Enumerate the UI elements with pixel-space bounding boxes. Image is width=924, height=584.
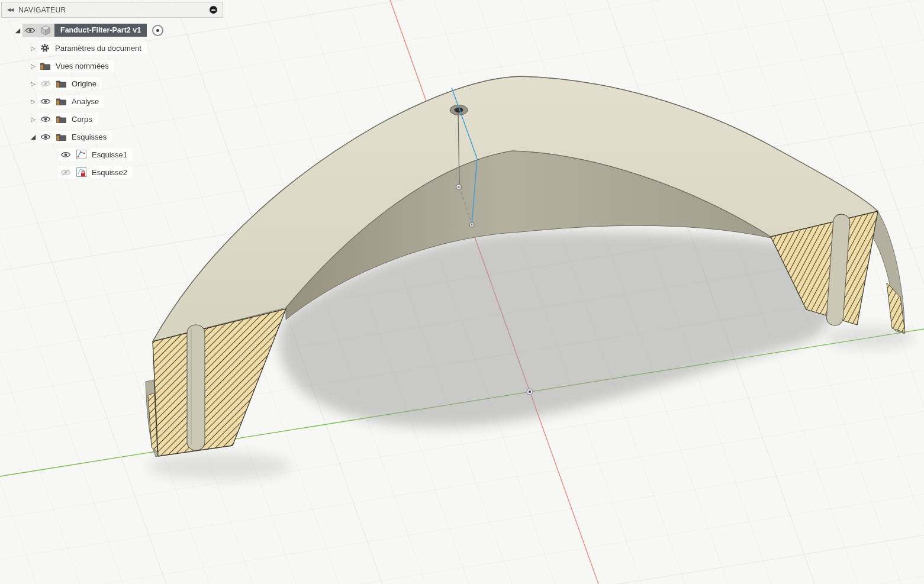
tree-item-label: Esquisse1 [92,150,127,159]
tree-item-label: Origine [72,79,96,88]
sketch-point-2[interactable] [471,224,473,226]
folder-icon [40,62,50,70]
visibility-off-eye-icon[interactable] [40,80,51,87]
visibility-eye-icon[interactable] [40,116,51,122]
origin-point[interactable] [529,391,531,393]
tree-item-label: Analyse [72,97,99,106]
tree-item-document-settings[interactable]: ▷ Paramètres du document [1,39,223,57]
folder-icon [56,133,66,141]
tree-item-label: Esquisses [72,133,107,141]
fusion-360-window: ◀◀ NAVIGATEUR ◢ Fanduct-Filter-Part2 v1 [0,0,924,584]
visibility-eye-icon[interactable] [60,151,71,158]
collapse-panel-icon[interactable]: ◀◀ [7,7,13,12]
navigator-title: NAVIGATEUR [18,6,210,14]
expand-arrow-icon[interactable]: ▷ [28,98,38,105]
visibility-eye-icon[interactable] [40,98,51,105]
tree-item-label[interactable]: Fanduct-Filter-Part2 v1 [54,24,147,37]
tree-item-label: Vues nommées [56,62,109,70]
visibility-eye-icon[interactable] [40,134,51,140]
tree-item-sketch1[interactable]: Esquisse1 [1,146,223,163]
tree-item-label: Corps [72,115,92,124]
gear-icon [40,43,50,53]
expand-arrow-icon[interactable]: ▷ [28,45,38,51]
navigator-header[interactable]: ◀◀ NAVIGATEUR [1,2,223,18]
activate-component-radio[interactable] [152,25,163,36]
tree-item-bodies[interactable]: ▷ Corps [1,110,223,128]
folder-icon [56,115,66,123]
visibility-off-eye-icon[interactable] [60,169,71,176]
expand-arrow-icon[interactable]: ▷ [28,63,38,69]
tree-item-label: Paramètres du document [55,44,141,53]
tree-item-sketches-folder[interactable]: ◢ Esquisses [1,128,223,146]
expand-arrow-icon[interactable]: ◢ [13,27,22,34]
tree-item-label: Esquisse2 [92,168,127,177]
visibility-eye-icon[interactable] [25,27,36,34]
expand-arrow-icon[interactable]: ▷ [28,116,38,122]
folder-icon [56,98,66,105]
folder-icon [56,80,66,88]
minus-bar [211,9,215,11]
tree-item-sketch2[interactable]: Esquisse2 [1,163,223,181]
tree-item-analysis[interactable]: ▷ Analyse [1,92,223,110]
expand-arrow-icon[interactable]: ▷ [28,80,38,87]
left-screw-boss[interactable] [187,325,205,450]
root-icons [22,24,54,37]
browser-tree: ◢ Fanduct-Filter-Part2 v1 ▷ [1,21,223,181]
tree-item-origin[interactable]: ▷ Origine [1,75,223,92]
radio-dot [156,29,159,32]
component-cube-icon [40,25,51,36]
expand-arrow-icon[interactable]: ◢ [28,133,38,141]
tree-item-named-views[interactable]: ▷ Vues nommées [1,57,223,75]
sketch-locked-icon [76,167,86,177]
sketch-point[interactable] [458,186,459,188]
panel-minimize-icon[interactable] [210,6,217,14]
sketch-icon [76,150,86,159]
tree-item-root-component[interactable]: ◢ Fanduct-Filter-Part2 v1 [1,21,223,39]
navigator-panel: ◀◀ NAVIGATEUR ◢ Fanduct-Filter-Part2 v1 [1,2,223,181]
